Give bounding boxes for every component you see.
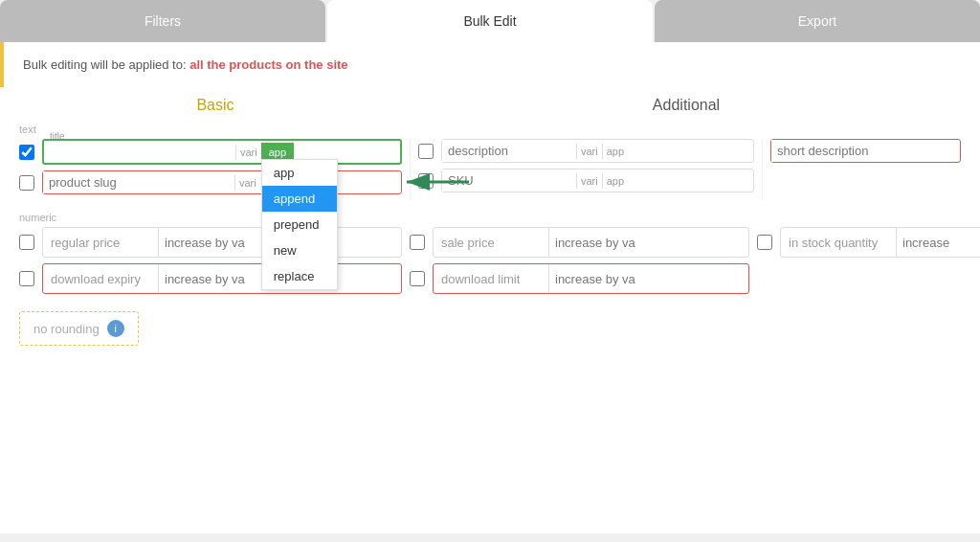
dropdown-new[interactable]: new [262, 237, 337, 263]
sale-price-wrapper: sale price [410, 227, 749, 258]
title-row: title - 100% Wool vari app app append pr… [19, 139, 402, 165]
description-vari: vari [576, 144, 602, 159]
dropdown-append[interactable]: append [262, 186, 337, 212]
title-wrapper: title - 100% Wool vari app app append pr… [42, 139, 402, 165]
download-limit-checkbox[interactable] [410, 271, 425, 286]
left-text-fields: title - 100% Wool vari app app append pr… [19, 139, 402, 200]
section-headers: Basic Additional [19, 97, 961, 114]
in-stock-input[interactable] [897, 231, 980, 255]
title-field-group: - 100% Wool vari app app append prepend … [42, 139, 402, 165]
title-checkbox[interactable] [19, 145, 34, 160]
download-limit-group: download limit [433, 263, 749, 294]
product-slug-checkbox[interactable] [19, 175, 34, 191]
no-rounding-area: no rounding i [19, 311, 139, 346]
sku-group: vari app [441, 169, 754, 192]
additional-header: Additional [412, 97, 961, 114]
product-slug-vari: vari [234, 175, 260, 191]
tab-export-label: Export [798, 13, 836, 29]
download-expiry-group: download expiry [42, 263, 402, 294]
product-slug-group: vari [42, 170, 402, 194]
description-row: vari app [418, 139, 754, 163]
download-expiry-wrapper: download expiry [19, 263, 402, 294]
info-bar-highlight: all the products on the site [189, 57, 347, 72]
short-description-group [770, 139, 961, 163]
sku-vari: vari [576, 173, 602, 189]
download-expiry-checkbox[interactable] [19, 271, 34, 286]
description-group: vari app [441, 139, 754, 163]
sku-app: app [602, 173, 628, 189]
regular-price-label: regular price [43, 231, 158, 255]
sale-price-input[interactable] [549, 231, 748, 255]
description-input[interactable] [442, 140, 576, 162]
tab-bulk-label: Bulk Edit [463, 13, 516, 29]
dropdown-replace[interactable]: replace [262, 263, 337, 289]
title-input[interactable]: - 100% Wool [44, 141, 235, 163]
dropdown-app[interactable]: app [262, 160, 337, 186]
short-description-input[interactable] [771, 140, 905, 162]
download-limit-label: download limit [434, 267, 548, 291]
app-dropdown: app append prepend new replace [261, 159, 338, 290]
additional-label: Additional [653, 97, 720, 113]
basic-label: Basic [196, 97, 234, 113]
info-bar-text: Bulk editing will be applied to: [23, 57, 189, 72]
numeric-section-label: numeric [19, 212, 961, 223]
description-checkbox[interactable] [418, 144, 434, 159]
regular-price-wrapper: regular price [19, 227, 402, 258]
basic-header: Basic [19, 97, 412, 114]
main-content: Basic Additional text title - 100% Wool … [0, 87, 980, 533]
product-slug-row: vari [19, 170, 402, 194]
tab-filters[interactable]: Filters [0, 0, 325, 42]
title-vari-tag: vari [235, 145, 261, 160]
regular-price-checkbox[interactable] [19, 235, 34, 250]
title-app-dropdown-wrapper: app app append prepend new replace [261, 145, 294, 159]
tab-bulk-edit[interactable]: Bulk Edit [327, 0, 653, 42]
tab-export[interactable]: Export [655, 0, 980, 42]
short-description-row [770, 139, 961, 163]
text-section-label: text [19, 124, 961, 135]
numeric-row-2: download expiry download limit [19, 263, 961, 294]
right-text-fields [762, 139, 961, 200]
sale-price-label: sale price [434, 231, 548, 255]
tabs-bar: Filters Bulk Edit Export [0, 0, 980, 42]
sale-price-checkbox[interactable] [410, 235, 425, 250]
in-stock-wrapper: in stock quantity [757, 227, 980, 258]
sale-price-group: sale price [433, 227, 749, 258]
download-limit-input[interactable] [549, 267, 748, 291]
in-stock-group: in stock quantity [780, 227, 980, 258]
product-slug-input[interactable] [43, 171, 234, 193]
tab-filters-label: Filters [145, 13, 181, 29]
text-fields-area: title - 100% Wool vari app app append pr… [19, 139, 961, 200]
regular-price-group: regular price [42, 227, 402, 258]
download-limit-wrapper: download limit [410, 263, 749, 294]
download-expiry-label: download expiry [43, 267, 158, 291]
in-stock-checkbox[interactable] [757, 235, 772, 250]
in-stock-label: in stock quantity [781, 231, 896, 255]
info-bar: Bulk editing will be applied to: all the… [0, 42, 980, 87]
numeric-section: numeric regular price sale price [19, 212, 961, 294]
info-icon: i [107, 320, 124, 337]
dropdown-arrow [397, 168, 474, 199]
description-app: app [602, 144, 628, 159]
dropdown-prepend[interactable]: prepend [262, 212, 337, 237]
no-rounding-label: no rounding [33, 322, 100, 336]
numeric-row-1: regular price sale price in stock quan [19, 227, 961, 258]
